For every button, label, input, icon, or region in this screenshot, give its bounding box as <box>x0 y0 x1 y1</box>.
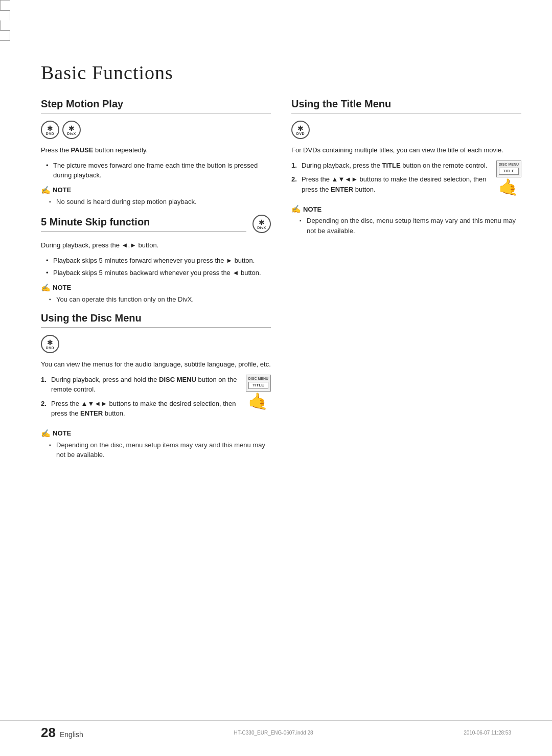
title-menu-heading: Using the Title Menu <box>291 98 521 113</box>
note-icon-3: ✍ <box>41 429 51 438</box>
section-disc-menu: Using the Disc Menu ✱ DVD You can view t… <box>41 312 271 460</box>
badge-label-dvd-3: DVD <box>296 132 305 135</box>
disc-menu-note-title: ✍ NOTE <box>41 429 271 438</box>
minute-skip-bullet-2: Playback skips 5 minutes backward whenev… <box>46 268 271 278</box>
disc-menu-steps-area: 1. During playback, press and hold the D… <box>41 375 271 424</box>
title-menu-steps-area: 1. During playback, press the TITLE butt… <box>291 161 521 200</box>
badge-label-dvd-1: DVD <box>46 132 54 135</box>
step-motion-bullet-1: The picture moves forward one frame each… <box>46 161 271 180</box>
step-motion-note-1: No sound is heard during step motion pla… <box>49 197 271 207</box>
badge-label-divx-1: DivX <box>67 132 76 135</box>
title-menu-button-img: DISC MENU TITLE <box>496 161 521 177</box>
dvd-badge-3: ✱ DVD <box>291 121 310 139</box>
badge-star-3: ✱ <box>259 219 265 226</box>
minute-skip-note-1: You can operate this function only on th… <box>49 294 271 305</box>
corner-mark-br <box>0 31 10 41</box>
step-motion-intro: Press the PAUSE button repeatedly. <box>41 145 271 155</box>
title-menu-note: ✍ NOTE Depending on the disc, menu setup… <box>291 204 521 236</box>
dvd-badge-2: ✱ DVD <box>41 335 59 353</box>
minute-skip-bullets: Playback skips 5 minutes forward wheneve… <box>41 256 271 278</box>
disc-menu-step-1: 1. During playback, press and hold the D… <box>41 375 241 395</box>
disc-menu-button-img: DISC MENU TITLE <box>246 375 271 392</box>
disc-menu-numbered-list: 1. During playback, press and hold the D… <box>41 375 241 419</box>
title-menu-note-list: Depending on the disc, menu setup items … <box>291 216 521 236</box>
left-column: Step Motion Play ✱ DVD ✱ DivX <box>41 98 271 468</box>
disc-menu-title: Using the Disc Menu <box>41 312 271 328</box>
badge-star-1: ✱ <box>47 125 53 132</box>
page-number-area: 28 English <box>41 725 83 741</box>
disc-menu-step-2: 2. Press the ▲▼◄► buttons to make the de… <box>41 399 241 419</box>
section-title-menu: Using the Title Menu ✱ DVD For DVDs cont… <box>291 98 521 236</box>
section-step-motion: Step Motion Play ✱ DVD ✱ DivX <box>41 98 271 207</box>
badge-star-4: ✱ <box>47 339 53 346</box>
step-motion-note: ✍ NOTE No sound is heard during step mot… <box>41 186 271 207</box>
title-menu-step-1: 1. During playback, press the TITLE butt… <box>291 161 491 171</box>
title-menu-note-title: ✍ NOTE <box>291 204 521 214</box>
step-motion-title: Step Motion Play <box>41 98 271 113</box>
dvd-badge-1: ✱ DVD <box>41 121 59 139</box>
minute-skip-intro: During playback, press the ◄,► button. <box>41 240 271 250</box>
hand-icon-title-menu: 🤙 <box>498 177 519 197</box>
title-menu-note-1: Depending on the disc, menu setup items … <box>300 216 521 236</box>
title-menu-badges: ✱ DVD <box>291 121 521 139</box>
right-column: Using the Title Menu ✱ DVD For DVDs cont… <box>291 98 521 468</box>
disc-menu-note: ✍ NOTE Depending on the disc, menu setup… <box>41 429 271 460</box>
disc-menu-badges: ✱ DVD <box>41 335 271 353</box>
minute-skip-note: ✍ NOTE You can operate this function onl… <box>41 283 271 305</box>
note-icon-4: ✍ <box>291 204 301 214</box>
title-menu-numbered-list: 1. During playback, press the TITLE butt… <box>291 161 491 195</box>
disc-menu-steps: 1. During playback, press and hold the D… <box>41 375 241 424</box>
note-icon-2: ✍ <box>41 283 51 292</box>
corner-mark-bl <box>0 20 10 31</box>
badge-label-divx-2: DivX <box>257 226 266 230</box>
step-motion-badges: ✱ DVD ✱ DivX <box>41 121 271 139</box>
badge-star-5: ✱ <box>297 125 304 132</box>
minute-skip-note-title: ✍ NOTE <box>41 283 271 292</box>
corner-mark-tr <box>0 10 10 20</box>
page-footer: 28 English HT-C330_EUR_ENG-0607.indd 28 … <box>0 720 552 741</box>
file-info: HT-C330_EUR_ENG-0607.indd 28 <box>234 730 313 736</box>
badge-label-dvd-2: DVD <box>46 346 54 350</box>
minute-skip-bullet-1: Playback skips 5 minutes forward wheneve… <box>46 256 271 266</box>
badge-star-2: ✱ <box>68 125 75 132</box>
hand-icon-disc-menu: 🤙 <box>248 392 268 411</box>
title-menu-intro: For DVDs containing multiple titles, you… <box>291 145 521 155</box>
divx-badge-2: ✱ DivX <box>252 215 271 233</box>
disc-menu-intro: You can view the menus for the audio lan… <box>41 359 271 370</box>
disc-menu-note-list: Depending on the disc, menu setup items … <box>41 440 271 460</box>
title-menu-remote-img: DISC MENU TITLE 🤙 <box>496 161 521 197</box>
note-icon-1: ✍ <box>41 186 51 195</box>
disc-menu-remote-img: DISC MENU TITLE 🤙 <box>246 375 271 411</box>
disc-menu-note-1: Depending on the disc, menu setup items … <box>49 440 271 460</box>
step-motion-note-list: No sound is heard during step motion pla… <box>41 197 271 207</box>
minute-skip-note-list: You can operate this function only on th… <box>41 294 271 305</box>
date-info: 2010-06-07 11:28:53 <box>464 730 511 736</box>
page-language: English <box>60 730 83 739</box>
section-minute-skip: 5 Minute Skip function ✱ DivX During pla… <box>41 215 271 304</box>
title-menu-step-2: 2. Press the ▲▼◄► buttons to make the de… <box>291 174 491 194</box>
step-motion-bullets: The picture moves forward one frame each… <box>41 161 271 180</box>
page-number: 28 <box>41 725 56 741</box>
page-title: Basic Functions <box>41 61 521 84</box>
divx-badge-1: ✱ DivX <box>62 121 81 139</box>
title-menu-steps: 1. During playback, press the TITLE butt… <box>291 161 491 200</box>
step-motion-note-title: ✍ NOTE <box>41 186 271 195</box>
corner-mark-tl <box>0 0 10 10</box>
minute-skip-title: 5 Minute Skip function <box>41 216 246 232</box>
